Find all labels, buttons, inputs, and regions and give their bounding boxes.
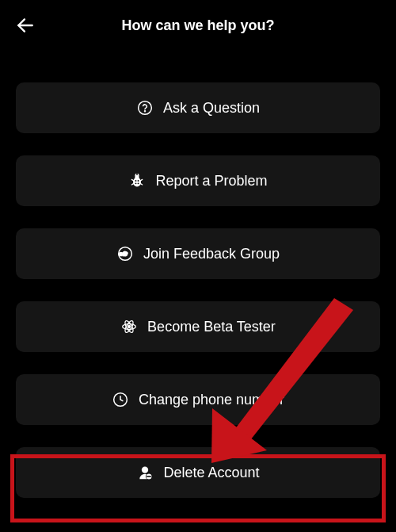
svg-line-12 [141, 183, 143, 185]
ask-question-button[interactable]: Ask a Question [16, 82, 380, 133]
back-button[interactable] [14, 14, 36, 36]
svg-point-6 [138, 180, 139, 182]
option-label: Become Beta Tester [147, 319, 276, 335]
join-feedback-group-button[interactable]: Join Feedback Group [16, 228, 380, 279]
svg-line-10 [141, 179, 143, 181]
report-problem-button[interactable]: Report a Problem [16, 155, 380, 206]
change-phone-number-button[interactable]: Change phone number [16, 374, 380, 425]
svg-point-7 [135, 182, 137, 184]
question-circle-icon [136, 99, 154, 117]
option-label: Change phone number [139, 392, 284, 408]
chat-bubble-icon [116, 245, 134, 262]
svg-line-11 [132, 183, 135, 185]
option-label: Join Feedback Group [143, 246, 280, 262]
page-title: How can we help you? [121, 17, 274, 34]
svg-line-9 [132, 179, 135, 181]
options-list: Ask a Question Report a Problem [0, 51, 396, 498]
svg-point-8 [138, 182, 139, 184]
delete-user-icon [136, 464, 154, 481]
become-beta-tester-button[interactable]: Become Beta Tester [16, 301, 380, 352]
svg-point-2 [144, 111, 145, 112]
option-label: Report a Problem [155, 173, 267, 189]
svg-point-19 [128, 326, 131, 328]
bug-icon [128, 172, 146, 189]
header: How can we help you? [0, 0, 396, 51]
svg-line-13 [135, 174, 136, 176]
svg-point-5 [135, 180, 137, 182]
option-label: Delete Account [163, 465, 259, 481]
svg-point-21 [142, 467, 148, 473]
option-label: Ask a Question [163, 100, 260, 117]
svg-point-1 [139, 101, 152, 115]
clock-icon [112, 391, 129, 408]
delete-account-button[interactable]: Delete Account [16, 447, 380, 498]
atom-icon [120, 318, 138, 335]
svg-line-14 [139, 174, 139, 176]
